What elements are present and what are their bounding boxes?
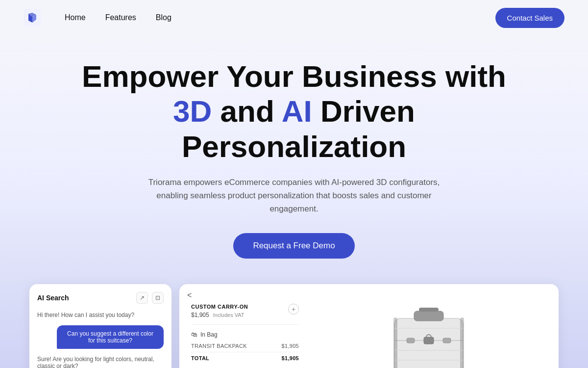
ai-card-icons: ↗ ⊡	[136, 292, 164, 304]
svg-rect-7	[407, 338, 415, 343]
svg-rect-11	[424, 337, 434, 344]
preview-cards: AI Search ↗ ⊡ Hi there! How can I assist…	[0, 284, 588, 368]
ai-greeting: Hi there! How can I assist you today?	[37, 312, 164, 318]
product-info: CUSTOM CARRY-ON $1,905 Includes VAT + 🛍 …	[191, 294, 299, 368]
product-vat: Includes VAT	[213, 312, 245, 318]
item-row: TRANSIT BACKPACK $1,905	[191, 343, 299, 349]
nav-links: Home Features Blog	[65, 13, 495, 22]
preview-section: AI Search ↗ ⊡ Hi there! How can I assist…	[0, 274, 588, 368]
nav-link-features[interactable]: Features	[105, 13, 136, 22]
nav-link-blog[interactable]: Blog	[156, 13, 172, 22]
product-price: $1,905	[191, 312, 209, 318]
hero-title-3d: 3D	[173, 94, 212, 128]
svg-rect-8	[443, 338, 451, 343]
logo	[24, 9, 41, 26]
hero-section: Empower Your Business with 3D and AI Dri…	[0, 35, 588, 274]
hero-title: Empower Your Business with 3D and AI Dri…	[78, 59, 510, 164]
product-back-button[interactable]: <	[187, 291, 192, 300]
bag-icon: 🛍	[191, 331, 197, 338]
hero-title-line1: Empower Your Business with	[82, 59, 506, 93]
product-add-button[interactable]: +	[288, 304, 299, 315]
ai-card-header: AI Search ↗ ⊡	[37, 292, 164, 304]
item-price: $1,905	[282, 343, 299, 349]
nav-link-home[interactable]: Home	[65, 13, 86, 22]
suitcase-image	[380, 294, 478, 368]
divider1	[191, 324, 299, 325]
hero-title-ai: AI	[282, 94, 312, 128]
contact-sales-button[interactable]: Contact Sales	[495, 8, 564, 28]
total-label: TOTAL	[191, 355, 209, 361]
ai-reply-text: Sure! Are you looking for light colors, …	[37, 356, 164, 368]
product-price-row: $1,905 Includes VAT	[191, 312, 248, 318]
product-card: < CUSTOM CARRY-ON $1,905 Includes VAT + …	[179, 284, 559, 368]
ai-card-title: AI Search	[37, 294, 69, 302]
product-name: CUSTOM CARRY-ON	[191, 304, 248, 310]
hero-title-and: and	[212, 94, 281, 128]
request-demo-button[interactable]: Request a Free Demo	[233, 233, 354, 259]
total-price: $1,905	[282, 355, 299, 361]
in-bag-row: 🛍 In Bag	[191, 331, 299, 338]
ai-icon-share[interactable]: ↗	[136, 292, 148, 304]
hero-subtitle: Triorama empowers eCommerce companies wi…	[137, 176, 451, 216]
ai-icon-expand[interactable]: ⊡	[152, 292, 164, 304]
in-bag-label: In Bag	[200, 331, 218, 338]
svg-rect-3	[419, 308, 439, 312]
total-row: TOTAL $1,905	[191, 352, 299, 361]
ai-search-card: AI Search ↗ ⊡ Hi there! How can I assist…	[29, 284, 172, 368]
item-name: TRANSIT BACKPACK	[191, 343, 247, 349]
navbar: Home Features Blog Contact Sales	[0, 0, 588, 35]
ai-user-bubble: Can you suggest a different color for th…	[57, 325, 164, 349]
product-image-area	[311, 294, 547, 368]
svg-rect-2	[414, 311, 443, 321]
